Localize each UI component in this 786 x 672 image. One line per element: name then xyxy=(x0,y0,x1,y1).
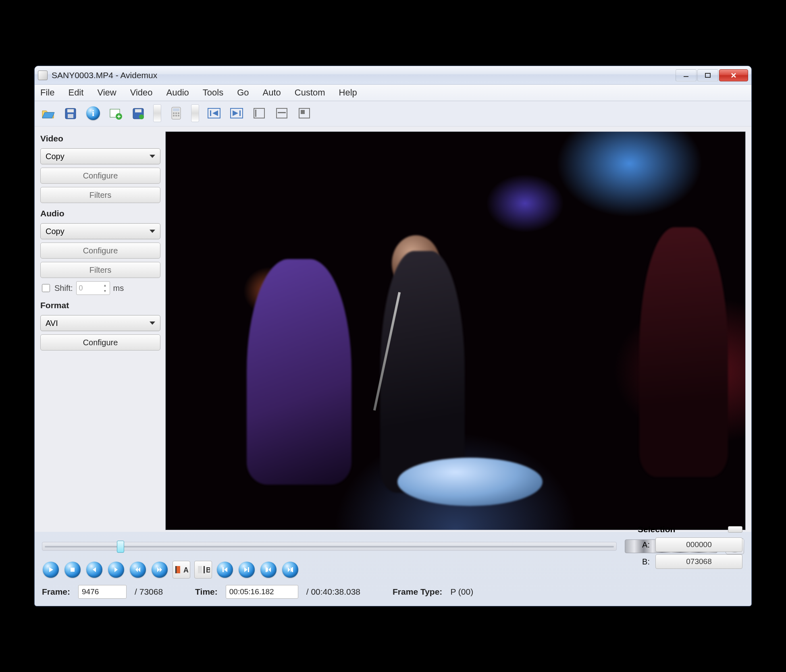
audio-codec-value: Copy xyxy=(46,227,64,236)
mark-b-toolbar-icon[interactable] xyxy=(272,104,291,122)
menu-video[interactable]: Video xyxy=(129,86,154,99)
save-image-icon[interactable] xyxy=(129,104,148,122)
video-section-label: Video xyxy=(40,134,160,143)
toolbar-separator xyxy=(191,104,199,122)
set-marker-a-button[interactable]: A xyxy=(173,561,190,579)
sidebar: Video Copy Configure Filters Audio Copy … xyxy=(40,131,165,530)
timeline-slider[interactable] xyxy=(42,542,617,551)
svg-rect-11 xyxy=(173,108,179,111)
svg-rect-17 xyxy=(178,115,179,116)
play-button[interactable] xyxy=(42,561,60,579)
audio-codec-select[interactable]: Copy xyxy=(40,223,160,239)
svg-rect-8 xyxy=(135,109,141,112)
selection-toggle[interactable] xyxy=(728,526,742,533)
format-select[interactable]: AVI xyxy=(40,315,160,331)
svg-rect-21 xyxy=(239,110,241,116)
goto-first-button[interactable] xyxy=(260,561,277,579)
audio-shift-unit: ms xyxy=(113,284,124,293)
titlebar: SANY0003.MP4 - Avidemux xyxy=(35,66,751,85)
svg-rect-23 xyxy=(255,110,256,117)
toolbar-separator xyxy=(153,104,161,122)
format-configure-button[interactable]: Configure xyxy=(40,334,160,351)
svg-rect-19 xyxy=(210,110,211,116)
status-bar: Frame: 9476 / 73068 Time: 00:05:16.182 /… xyxy=(35,581,751,606)
info-icon[interactable]: i xyxy=(84,104,102,122)
menu-edit[interactable]: Edit xyxy=(67,86,85,99)
svg-rect-39 xyxy=(292,567,293,572)
menu-auto[interactable]: Auto xyxy=(261,86,283,99)
menu-help[interactable]: Help xyxy=(337,86,359,99)
frame-total: / 73068 xyxy=(135,587,163,597)
mark-a-toolbar-icon[interactable] xyxy=(250,104,268,122)
audio-section-label: Audio xyxy=(40,209,160,218)
svg-text:B: B xyxy=(206,566,210,574)
audio-filters-button[interactable]: Filters xyxy=(40,262,160,278)
frame-field[interactable]: 9476 xyxy=(78,585,127,599)
time-field[interactable]: 00:05:16.182 xyxy=(226,585,298,599)
video-preview xyxy=(165,131,746,530)
app-window: SANY0003.MP4 - Avidemux File Edit View V… xyxy=(34,66,752,606)
frametype-value: P (00) xyxy=(450,587,473,597)
timeline-thumb[interactable] xyxy=(117,541,124,553)
selection-a-field[interactable]: 000000 xyxy=(655,537,742,552)
audio-shift-checkbox[interactable] xyxy=(42,284,50,292)
svg-rect-33 xyxy=(204,566,205,573)
selection-b-field[interactable]: 073068 xyxy=(655,554,742,569)
maximize-button[interactable] xyxy=(697,69,718,81)
set-marker-b-button[interactable]: B xyxy=(194,561,212,579)
prev-keyframe-button[interactable] xyxy=(129,561,147,579)
stop-button[interactable] xyxy=(64,561,81,579)
video-codec-value: Copy xyxy=(46,152,64,161)
svg-rect-3 xyxy=(67,109,74,112)
format-value: AVI xyxy=(46,319,58,328)
next-frame-button[interactable] xyxy=(107,561,125,579)
selection-title: Selection xyxy=(638,525,675,534)
video-codec-select[interactable]: Copy xyxy=(40,148,160,164)
time-label: Time: xyxy=(195,587,218,597)
menu-tools[interactable]: Tools xyxy=(201,86,225,99)
menu-custom[interactable]: Custom xyxy=(293,86,327,99)
time-total: / 00:40:38.038 xyxy=(306,587,360,597)
svg-rect-30 xyxy=(176,566,180,573)
menu-file[interactable]: File xyxy=(39,86,56,99)
menu-go[interactable]: Go xyxy=(235,86,250,99)
selection-panel: Selection A: 000000 B: 073068 xyxy=(638,525,742,571)
next-keyframe-button[interactable] xyxy=(151,561,168,579)
svg-rect-4 xyxy=(68,114,73,118)
minimize-button[interactable] xyxy=(676,69,697,81)
menu-audio[interactable]: Audio xyxy=(165,86,191,99)
calculator-icon[interactable] xyxy=(167,104,185,122)
menubar: File Edit View Video Audio Tools Go Auto… xyxy=(35,85,751,101)
goto-last-button[interactable] xyxy=(281,561,299,579)
svg-rect-13 xyxy=(175,112,177,114)
next-black-button[interactable] xyxy=(238,561,256,579)
svg-rect-12 xyxy=(173,112,175,114)
window-title: SANY0003.MP4 - Avidemux xyxy=(52,71,157,80)
prev-black-button[interactable] xyxy=(216,561,234,579)
goto-end-icon[interactable] xyxy=(227,104,246,122)
video-filters-button[interactable]: Filters xyxy=(40,187,160,203)
svg-rect-15 xyxy=(173,115,175,116)
prev-frame-button[interactable] xyxy=(85,561,103,579)
svg-rect-27 xyxy=(301,110,305,114)
save-icon[interactable] xyxy=(61,104,80,122)
audio-configure-button[interactable]: Configure xyxy=(40,243,160,259)
selection-a-label: A: xyxy=(638,540,650,550)
svg-rect-29 xyxy=(71,568,75,572)
svg-rect-25 xyxy=(278,112,286,113)
goto-time-icon[interactable] xyxy=(295,104,314,122)
close-button[interactable] xyxy=(719,69,748,81)
menu-view[interactable]: View xyxy=(96,86,118,99)
open-icon[interactable] xyxy=(39,104,57,122)
frametype-label: Frame Type: xyxy=(393,587,442,597)
append-icon[interactable] xyxy=(106,104,125,122)
audio-shift-value: 0 xyxy=(79,284,83,292)
goto-start-icon[interactable] xyxy=(205,104,223,122)
video-configure-button[interactable]: Configure xyxy=(40,168,160,184)
svg-text:A: A xyxy=(183,566,188,574)
frame-label: Frame: xyxy=(42,587,70,597)
svg-point-9 xyxy=(139,114,144,119)
audio-shift-field[interactable]: 0 ▲▼ xyxy=(76,281,110,295)
svg-rect-31 xyxy=(175,566,177,573)
svg-rect-16 xyxy=(175,115,177,116)
